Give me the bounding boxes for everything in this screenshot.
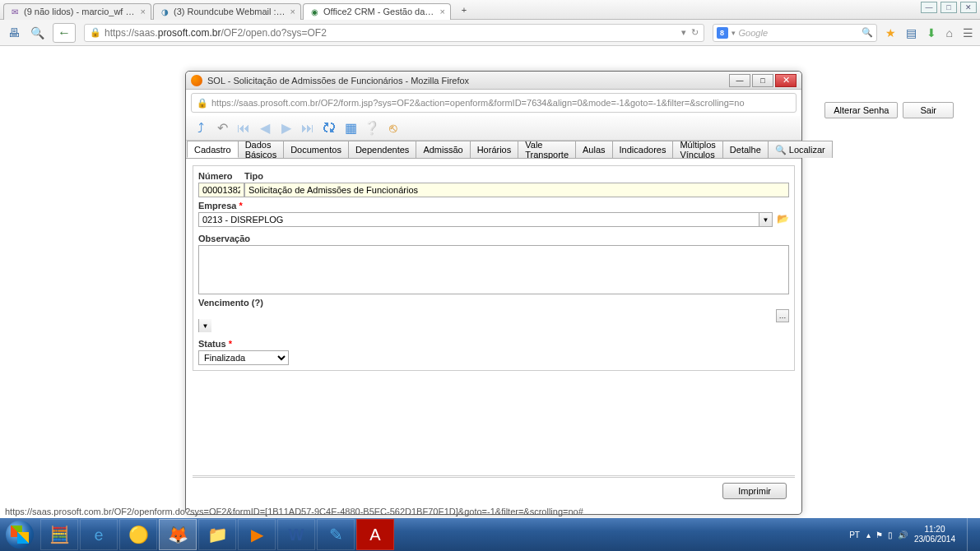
system-tray: PT ▴ ⚑ ▯ 🔊 11:20 23/06/2014 <box>849 518 980 551</box>
office2-icon: ◉ <box>309 6 320 17</box>
tab-localizar[interactable]: 🔍Localizar <box>768 141 833 158</box>
back-button[interactable]: ← <box>53 23 76 43</box>
browser-tab-mail[interactable]: ✉ (9 não lidos) - marcio_wf - ... × <box>3 3 151 20</box>
task-explorer[interactable]: 📁 <box>198 519 236 550</box>
task-calculator[interactable]: 🧮 <box>40 519 78 550</box>
download-icon[interactable]: ⬇ <box>927 26 936 39</box>
search-placeholder: Google <box>739 28 862 38</box>
close-icon[interactable]: × <box>141 7 146 16</box>
imprimir-button[interactable]: Imprimir <box>722 483 787 499</box>
help-icon[interactable]: ❔ <box>362 118 382 138</box>
new-tab-button[interactable]: + <box>456 2 472 17</box>
tab-admissao[interactable]: Admissão <box>416 141 470 158</box>
close-icon[interactable]: × <box>290 7 295 16</box>
chevron-down-icon[interactable]: ▼ <box>759 213 772 226</box>
flag-icon[interactable]: ⚑ <box>875 530 883 539</box>
tab-indicadores[interactable]: Indicadores <box>612 141 674 158</box>
tab-title: (3) Roundcube Webmail :: ... <box>174 7 286 16</box>
lang-indicator[interactable]: PT <box>849 530 860 539</box>
form-panel: Número Tipo Empresa * 0213 - DISREPLOG ▼… <box>193 165 795 371</box>
toolbar-right: ★ ▤ ⬇ ⌂ ☰ <box>885 26 973 39</box>
tab-label: Localizar <box>789 145 825 155</box>
maximize-button[interactable]: □ <box>941 2 957 13</box>
close-button[interactable]: ✕ <box>960 2 977 13</box>
window-controls: — □ ✕ <box>921 2 977 13</box>
search-page-icon[interactable]: 🔍 <box>30 25 44 40</box>
url-text: https://saas.prosoft.com.br/OF2/open.do?… <box>105 27 678 39</box>
tab-multiplos-vinculos[interactable]: Múltiplos Vínculos <box>672 141 722 158</box>
search-box[interactable]: 8 ▾ Google 🔍 <box>713 24 877 42</box>
alterar-senha-button[interactable]: Alterar Senha <box>824 102 898 118</box>
search-icon[interactable]: 🔍 <box>862 27 873 38</box>
empresa-combo[interactable]: 0213 - DISREPLOG ▼ <box>198 212 773 227</box>
url-bar[interactable]: 🔒 https://saas.prosoft.com.br/OF2/open.d… <box>84 24 704 42</box>
form-icon[interactable]: ▦ <box>341 118 360 138</box>
task-media[interactable]: ▶ <box>238 519 276 550</box>
start-button[interactable] <box>0 518 39 551</box>
modal-titlebar[interactable]: SOL - Solicitação de Admissões de Funcio… <box>186 72 801 90</box>
undo-icon: ↶ <box>212 118 232 138</box>
chevron-down-icon[interactable]: ▼ <box>198 319 211 332</box>
nav-bar: 🖶 🔍 ← 🔒 https://saas.prosoft.com.br/OF2/… <box>0 20 980 46</box>
vencimento-value <box>198 309 205 319</box>
task-word[interactable]: W <box>277 519 315 550</box>
tab-documentos[interactable]: Documentos <box>283 141 349 158</box>
status-label: Status * <box>198 339 789 349</box>
menu-icon[interactable]: ☰ <box>963 26 973 39</box>
mail-icon: ✉ <box>9 6 21 17</box>
modal-window-controls: — □ ✕ <box>729 74 797 87</box>
clock[interactable]: 11:20 23/06/2014 <box>914 525 955 544</box>
task-ie[interactable]: ｅ <box>80 519 118 550</box>
task-adobe[interactable]: A <box>356 519 394 550</box>
google-icon: 8 <box>717 27 728 39</box>
observacao-textarea[interactable] <box>198 245 789 294</box>
tab-cadastro[interactable]: Cadastro <box>187 141 239 158</box>
show-desktop-button[interactable] <box>967 518 975 551</box>
modal-url-bar[interactable]: 🔒 https://saas.prosoft.com.br/OF2/form.j… <box>191 93 797 113</box>
task-app[interactable]: ✎ <box>317 519 355 550</box>
tab-aulas[interactable]: Aulas <box>575 141 613 158</box>
chevron-down-icon[interactable]: ▾ <box>681 27 686 38</box>
close-icon[interactable]: × <box>440 7 445 16</box>
vencimento-label: Vencimento (?) <box>198 298 789 308</box>
print-icon[interactable]: 🖶 <box>7 25 21 40</box>
task-firefox[interactable]: 🦊 <box>159 519 197 550</box>
tab-dependentes[interactable]: Dependentes <box>348 141 416 158</box>
modal-tabs: Cadastro Dados Básicos Documentos Depend… <box>186 141 801 159</box>
refresh-icon[interactable]: ↻ <box>691 27 699 38</box>
roundcube-icon: ◑ <box>159 6 170 17</box>
numero-input[interactable] <box>198 183 244 197</box>
browser-tab-webmail[interactable]: ◑ (3) Roundcube Webmail :: ... × <box>153 3 301 20</box>
minimize-button[interactable]: — <box>729 74 750 87</box>
tab-dados-basicos[interactable]: Dados Básicos <box>238 141 285 158</box>
back-icon[interactable]: ⤴ <box>191 118 211 138</box>
volume-icon[interactable]: 🔊 <box>898 530 908 539</box>
browser-tab-office2[interactable]: ◉ Office2 CRM - Gestão da In... × <box>303 3 451 20</box>
bookmark-icon[interactable]: ★ <box>885 26 896 39</box>
lock-icon: 🔒 <box>197 98 208 109</box>
bookmarks-list-icon[interactable]: ▤ <box>906 26 917 39</box>
tipo-label: Tipo <box>244 171 789 181</box>
task-chrome[interactable]: 🟡 <box>119 519 157 550</box>
chevron-down-icon[interactable]: ▾ <box>732 29 736 37</box>
refresh-icon[interactable]: 🗘 <box>319 118 339 138</box>
sair-button[interactable]: Sair <box>903 102 954 118</box>
close-button[interactable]: ✕ <box>775 74 797 87</box>
home-icon[interactable]: ⌂ <box>946 26 953 39</box>
tray-up-icon[interactable]: ▴ <box>866 530 871 539</box>
maximize-button[interactable]: □ <box>752 74 773 87</box>
tab-horarios[interactable]: Horários <box>470 141 519 158</box>
ellipsis-icon[interactable]: … <box>776 309 789 322</box>
status-select[interactable]: Finalizada <box>198 350 289 365</box>
minimize-button[interactable]: — <box>921 2 937 13</box>
tab-detalhe[interactable]: Detalhe <box>722 141 769 158</box>
tab-vale-transporte[interactable]: Vale Transporte <box>518 141 576 158</box>
modal-toolbar: ⤴ ↶ ⏮ ◀ ▶ ⏭ 🗘 ▦ ❔ ⎋ <box>186 116 801 141</box>
browser-tab-strip: ✉ (9 não lidos) - marcio_wf - ... × ◑ (3… <box>0 0 980 20</box>
vencimento-combo[interactable]: ▼ <box>198 309 773 332</box>
modal-body: Número Tipo Empresa * 0213 - DISREPLOG ▼… <box>186 159 801 475</box>
exit-icon[interactable]: ⎋ <box>383 118 403 138</box>
tipo-input[interactable] <box>244 183 789 197</box>
lookup-icon[interactable]: 📂 <box>776 212 789 225</box>
battery-icon[interactable]: ▯ <box>888 530 893 539</box>
